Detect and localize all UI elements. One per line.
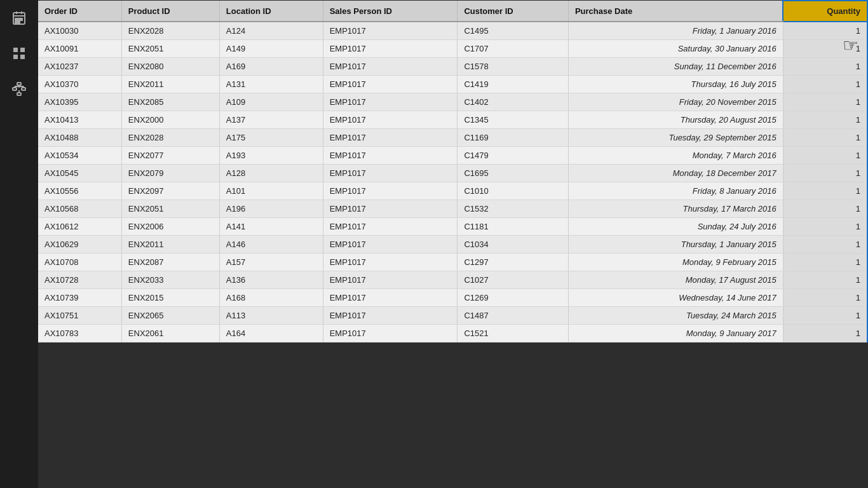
cell-sales-person-id: EMP1017 xyxy=(323,200,458,218)
cell-quantity: 1 xyxy=(783,165,867,182)
cell-location-id: A157 xyxy=(219,254,323,271)
cell-purchase-date: Thursday, 1 January 2015 xyxy=(568,236,783,254)
cell-customer-id: C1169 xyxy=(458,129,568,147)
svg-rect-16 xyxy=(17,93,21,95)
cell-product-id: ENX2051 xyxy=(121,200,219,218)
svg-rect-4 xyxy=(15,18,17,20)
cell-location-id: A146 xyxy=(219,236,323,254)
cell-sales-person-id: EMP1017 xyxy=(323,22,458,40)
cell-product-id: ENX2051 xyxy=(121,40,219,58)
table-row: AX10413ENX2000A137EMP1017C1345Thursday, … xyxy=(38,111,867,129)
cell-customer-id: C1034 xyxy=(458,236,568,254)
cell-quantity: 1 xyxy=(783,129,867,147)
grid-icon[interactable] xyxy=(8,42,31,65)
cell-location-id: A128 xyxy=(219,165,323,182)
cell-customer-id: C1402 xyxy=(458,93,568,111)
svg-rect-8 xyxy=(18,21,20,23)
cell-sales-person-id: EMP1017 xyxy=(323,325,458,342)
cell-order-id: AX10370 xyxy=(38,76,121,93)
cell-customer-id: C1578 xyxy=(458,58,568,76)
cell-quantity: 1 xyxy=(783,182,867,200)
cell-order-id: AX10728 xyxy=(38,271,121,289)
cell-product-id: ENX2011 xyxy=(121,236,219,254)
table-row: AX10556ENX2097A101EMP1017C1010Friday, 8 … xyxy=(38,182,867,200)
hierarchy-icon[interactable] xyxy=(8,78,31,100)
column-header-location-id[interactable]: Location ID xyxy=(219,1,323,22)
table-row: AX10370ENX2011A131EMP1017C1419Thursday, … xyxy=(38,76,867,93)
cell-sales-person-id: EMP1017 xyxy=(323,111,458,129)
cell-product-id: ENX2087 xyxy=(121,254,219,271)
cell-location-id: A131 xyxy=(219,76,323,93)
cell-order-id: AX10612 xyxy=(38,218,121,236)
table-row: AX10751ENX2065A113EMP1017C1487Tuesday, 2… xyxy=(38,307,867,325)
cell-location-id: A141 xyxy=(219,218,323,236)
column-header-sales-person-id[interactable]: Sales Person ID xyxy=(323,1,458,22)
cell-order-id: AX10629 xyxy=(38,236,121,254)
cell-purchase-date: Tuesday, 29 September 2015 xyxy=(568,129,783,147)
cell-purchase-date: Sunday, 11 December 2016 xyxy=(568,58,783,76)
cell-product-id: ENX2085 xyxy=(121,93,219,111)
cell-order-id: AX10413 xyxy=(38,111,121,129)
table-header-row: Order ID Product ID Location ID Sales Pe… xyxy=(38,1,867,22)
cell-purchase-date: Monday, 9 February 2015 xyxy=(568,254,783,271)
cell-purchase-date: Wednesday, 14 June 2017 xyxy=(568,289,783,307)
cell-order-id: AX10739 xyxy=(38,289,121,307)
column-header-product-id[interactable]: Product ID xyxy=(121,1,219,22)
svg-rect-14 xyxy=(13,88,17,90)
cell-sales-person-id: EMP1017 xyxy=(323,218,458,236)
cell-quantity: 1 xyxy=(783,76,867,93)
cell-customer-id: C1027 xyxy=(458,271,568,289)
table-body: AX10030ENX2028A124EMP1017C1495Friday, 1 … xyxy=(38,22,867,342)
cell-quantity: 1 xyxy=(783,325,867,342)
cell-product-id: ENX2080 xyxy=(121,58,219,76)
table-row: AX10728ENX2033A136EMP1017C1027Monday, 17… xyxy=(38,271,867,289)
cell-purchase-date: Sunday, 24 July 2016 xyxy=(568,218,783,236)
cell-purchase-date: Thursday, 20 August 2015 xyxy=(568,111,783,129)
calendar-icon[interactable] xyxy=(8,6,31,29)
cell-product-id: ENX2097 xyxy=(121,182,219,200)
cell-purchase-date: Monday, 18 December 2017 xyxy=(568,165,783,182)
svg-rect-15 xyxy=(22,88,25,90)
svg-rect-6 xyxy=(20,18,22,20)
cell-order-id: AX10556 xyxy=(38,182,121,200)
cell-product-id: ENX2079 xyxy=(121,165,219,182)
cell-sales-person-id: EMP1017 xyxy=(323,307,458,325)
table-row: AX10091ENX2051A149EMP1017C1707Saturday, … xyxy=(38,40,867,58)
cell-customer-id: C1479 xyxy=(458,147,568,165)
table-container[interactable]: Order ID Product ID Location ID Sales Pe… xyxy=(38,0,868,488)
cell-order-id: AX10534 xyxy=(38,147,121,165)
cell-customer-id: C1487 xyxy=(458,307,568,325)
svg-rect-10 xyxy=(20,48,25,52)
cell-quantity: 1 xyxy=(783,200,867,218)
svg-rect-12 xyxy=(20,55,25,59)
cell-purchase-date: Thursday, 16 July 2015 xyxy=(568,76,783,93)
svg-rect-5 xyxy=(18,18,20,20)
cell-location-id: A164 xyxy=(219,325,323,342)
column-header-purchase-date[interactable]: Purchase Date xyxy=(568,1,783,22)
column-header-quantity[interactable]: Quantity xyxy=(783,1,867,22)
column-header-order-id[interactable]: Order ID xyxy=(38,1,121,22)
data-table: Order ID Product ID Location ID Sales Pe… xyxy=(38,0,868,342)
table-row: AX10739ENX2015A168EMP1017C1269Wednesday,… xyxy=(38,289,867,307)
cell-product-id: ENX2077 xyxy=(121,147,219,165)
cell-sales-person-id: EMP1017 xyxy=(323,40,458,58)
cell-purchase-date: Monday, 9 January 2017 xyxy=(568,325,783,342)
cell-customer-id: C1181 xyxy=(458,218,568,236)
cell-location-id: A169 xyxy=(219,58,323,76)
cell-sales-person-id: EMP1017 xyxy=(323,93,458,111)
cell-location-id: A175 xyxy=(219,129,323,147)
cell-customer-id: C1532 xyxy=(458,200,568,218)
cell-sales-person-id: EMP1017 xyxy=(323,271,458,289)
cell-product-id: ENX2015 xyxy=(121,289,219,307)
cell-customer-id: C1707 xyxy=(458,40,568,58)
table-row: AX10030ENX2028A124EMP1017C1495Friday, 1 … xyxy=(38,22,867,40)
cell-product-id: ENX2028 xyxy=(121,129,219,147)
sidebar xyxy=(0,0,38,488)
cell-quantity: 1 xyxy=(783,289,867,307)
cell-quantity: 1 xyxy=(783,111,867,129)
cell-sales-person-id: EMP1017 xyxy=(323,129,458,147)
cell-sales-person-id: EMP1017 xyxy=(323,236,458,254)
cell-purchase-date: Friday, 20 November 2015 xyxy=(568,93,783,111)
column-header-customer-id[interactable]: Customer ID xyxy=(458,1,568,22)
cell-purchase-date: Thursday, 17 March 2016 xyxy=(568,200,783,218)
